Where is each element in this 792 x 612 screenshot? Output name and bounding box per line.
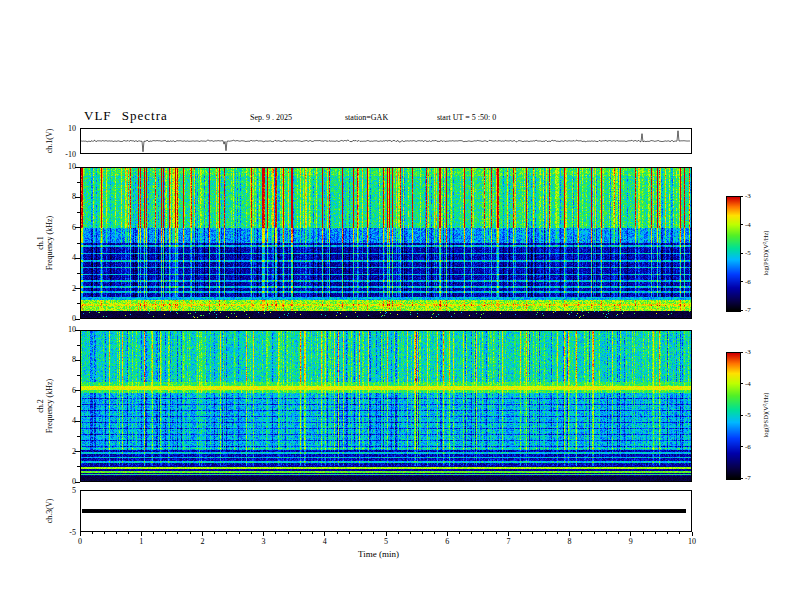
x-minor-tick-mark <box>300 532 301 534</box>
x-tick-mark <box>630 532 631 536</box>
y-tick-label: 6 <box>52 223 76 232</box>
x-tick-mark <box>692 532 693 536</box>
plot-title: VLF Spectra <box>84 108 168 124</box>
y-minor-tick-mark <box>77 375 80 376</box>
x-minor-tick-mark <box>190 532 191 534</box>
x-minor-tick-mark <box>471 532 472 534</box>
x-tick-mark <box>508 532 509 536</box>
y-tick-label: 6 <box>52 386 76 395</box>
x-minor-tick-mark <box>667 532 668 534</box>
colorbar-ch1 <box>726 196 741 312</box>
colorbar-tick-label: -4 <box>745 221 751 229</box>
x-tick-label: 7 <box>497 537 519 546</box>
x-minor-tick-mark <box>116 532 117 534</box>
x-tick-mark <box>447 532 448 536</box>
colorbar-tick-mark <box>740 196 743 197</box>
x-minor-tick-mark <box>606 532 607 534</box>
y-minor-tick-mark <box>77 273 80 274</box>
x-minor-tick-mark <box>337 532 338 534</box>
colorbar-tick-mark <box>740 478 743 479</box>
x-minor-tick-mark <box>496 532 497 534</box>
x-tick-label: 4 <box>314 537 336 546</box>
x-minor-tick-mark <box>128 532 129 534</box>
ch1-voltage-ymax: 10 <box>52 124 76 133</box>
x-minor-tick-mark <box>398 532 399 534</box>
x-tick-mark <box>324 532 325 536</box>
x-tick-label: 1 <box>130 537 152 546</box>
ch3-voltage-panel <box>80 490 692 532</box>
x-minor-tick-mark <box>288 532 289 534</box>
x-tick-label: 10 <box>681 537 703 546</box>
x-minor-tick-mark <box>251 532 252 534</box>
colorbar-ch2-canvas <box>727 353 740 479</box>
ch2-spectrogram-panel <box>80 330 692 482</box>
colorbar-tick-label: -5 <box>745 411 751 419</box>
x-tick-label: 3 <box>253 537 275 546</box>
x-minor-tick-mark <box>483 532 484 534</box>
x-minor-tick-mark <box>520 532 521 534</box>
colorbar-tick-mark <box>740 446 743 447</box>
x-minor-tick-mark <box>422 532 423 534</box>
colorbar-ch2 <box>726 352 741 480</box>
y-tick-label: 0 <box>52 314 76 323</box>
x-minor-tick-mark <box>581 532 582 534</box>
x-minor-tick-mark <box>177 532 178 534</box>
y-tick-label: 2 <box>52 447 76 456</box>
x-minor-tick-mark <box>104 532 105 534</box>
colorbar-ch2-label: log(PSD)(V²/Hz) <box>762 393 769 438</box>
x-tick-label: 9 <box>620 537 642 546</box>
y-minor-tick-mark <box>77 406 80 407</box>
x-minor-tick-mark <box>153 532 154 534</box>
y-minor-tick-mark <box>77 303 80 304</box>
x-minor-tick-mark <box>349 532 350 534</box>
x-tick-mark <box>80 532 81 536</box>
colorbar-tick-label: -7 <box>745 474 751 482</box>
y-tick-label: 8 <box>52 192 76 201</box>
header-station: station=GAK <box>345 113 388 122</box>
y-tick-label: 4 <box>52 253 76 262</box>
x-tick-label: 0 <box>69 537 91 546</box>
y-tick-label: 0 <box>52 477 76 486</box>
x-tick-mark <box>386 532 387 536</box>
colorbar-tick-mark <box>740 415 743 416</box>
x-minor-tick-mark <box>532 532 533 534</box>
y-minor-tick-mark <box>77 212 80 213</box>
x-minor-tick-mark <box>410 532 411 534</box>
x-minor-tick-mark <box>373 532 374 534</box>
x-minor-tick-mark <box>643 532 644 534</box>
x-minor-tick-mark <box>275 532 276 534</box>
x-minor-tick-mark <box>361 532 362 534</box>
x-minor-tick-mark <box>434 532 435 534</box>
ch1-voltage-ymin: -10 <box>52 150 76 159</box>
y-minor-tick-mark <box>77 243 80 244</box>
x-tick-mark <box>202 532 203 536</box>
vlf-spectra-figure: VLF Spectra Sep. 9 . 2025 station=GAK st… <box>0 0 792 612</box>
x-minor-tick-mark <box>239 532 240 534</box>
colorbar-tick-mark <box>740 383 743 384</box>
x-minor-tick-mark <box>459 532 460 534</box>
x-tick-label: 6 <box>436 537 458 546</box>
colorbar-tick-mark <box>740 224 743 225</box>
x-minor-tick-mark <box>679 532 680 534</box>
colorbar-tick-label: -5 <box>745 249 751 257</box>
y-tick-label: 10 <box>52 162 76 171</box>
ch2-spectrogram-canvas <box>81 331 691 481</box>
colorbar-ch1-label: log(PSD)(V²/Hz) <box>762 231 769 276</box>
x-tick-mark <box>141 532 142 536</box>
x-minor-tick-mark <box>655 532 656 534</box>
x-minor-tick-mark <box>312 532 313 534</box>
x-tick-mark <box>569 532 570 536</box>
ch1-spectrogram-panel <box>80 167 692 319</box>
x-tick-mark <box>263 532 264 536</box>
ch3-voltage-ymax: 5 <box>52 486 76 495</box>
x-minor-tick-mark <box>618 532 619 534</box>
x-minor-tick-mark <box>165 532 166 534</box>
y-minor-tick-mark <box>77 466 80 467</box>
y-tick-label: 8 <box>52 355 76 364</box>
x-tick-label: 8 <box>559 537 581 546</box>
y-tick-label: 4 <box>52 416 76 425</box>
x-minor-tick-mark <box>557 532 558 534</box>
x-tick-label: 2 <box>191 537 213 546</box>
y-tick-label: 2 <box>52 284 76 293</box>
x-minor-tick-mark <box>594 532 595 534</box>
